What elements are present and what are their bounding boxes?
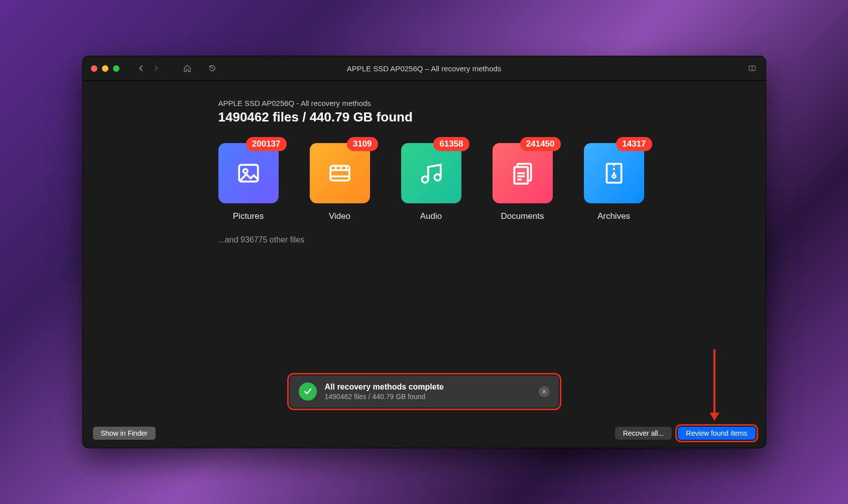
category-label: Archives [597,211,630,221]
breadcrumb: APPLE SSD AP0256Q - All recovery methods [218,99,630,107]
category-badge: 200137 [246,137,287,151]
check-circle-icon [299,383,317,401]
toast-close-button[interactable] [539,386,550,397]
category-documents[interactable]: 241450Documents [493,143,553,221]
clock-back-icon [208,64,216,72]
view-columns-button[interactable] [747,63,758,74]
content-area: APPLE SSD AP0256Q - All recovery methods… [83,81,766,448]
category-badge: 241450 [520,137,561,151]
category-label: Audio [420,211,442,221]
window-minimize-button[interactable] [102,65,108,72]
archives-icon: 14317 [584,143,644,203]
category-badge: 14317 [616,137,652,151]
nav-forward-button[interactable] [151,63,162,74]
review-found-items-button[interactable]: Review found items [678,427,755,440]
more-files-text: ...and 936775 other files [218,235,630,244]
show-in-finder-button[interactable]: Show in Finder [93,427,156,440]
svg-rect-11 [514,167,528,184]
app-window: APPLE SSD AP0256Q – All recovery methods… [82,56,766,448]
category-label: Documents [501,211,544,221]
window-close-button[interactable] [91,65,97,72]
category-archives[interactable]: 14317Archives [584,143,644,221]
documents-icon: 241450 [493,143,553,203]
category-audio[interactable]: 61358Audio [401,143,461,221]
chevron-right-icon [152,64,160,72]
recover-all-button[interactable]: Recover all... [615,427,672,440]
titlebar: APPLE SSD AP0256Q – All recovery methods [83,56,766,81]
home-button[interactable] [182,63,193,74]
chevron-left-icon [137,64,145,72]
category-pictures[interactable]: 200137Pictures [218,143,279,221]
window-fullscreen-button[interactable] [113,65,119,72]
pictures-icon: 200137 [218,143,279,203]
history-button[interactable] [207,63,218,74]
completion-toast: All recovery methods complete 1490462 fi… [290,375,559,408]
category-video[interactable]: 3109Video [310,143,370,221]
close-icon [542,389,547,394]
category-badge: 3109 [347,137,378,151]
video-icon: 3109 [310,143,370,203]
category-badge: 61358 [433,137,469,151]
category-label: Video [329,211,350,221]
toast-title: All recovery methods complete [325,383,531,392]
window-traffic-lights [91,65,119,72]
toast-subtitle: 1490462 files / 440.79 GB found [325,393,531,401]
home-icon [183,64,191,72]
audio-icon: 61358 [401,143,461,203]
svg-point-3 [243,169,247,173]
category-row: 200137Pictures3109Video61358Audio241450D… [218,143,630,221]
svg-point-17 [612,175,615,178]
category-label: Pictures [233,211,264,221]
nav-back-button[interactable] [136,63,147,74]
annotation-arrow [713,349,715,420]
columns-icon [748,64,756,72]
toast-body: All recovery methods complete 1490462 fi… [325,383,531,401]
footer-bar: Show in Finder Recover all... Review fou… [93,427,756,440]
results-summary: 1490462 files / 440.79 GB found [218,109,630,125]
